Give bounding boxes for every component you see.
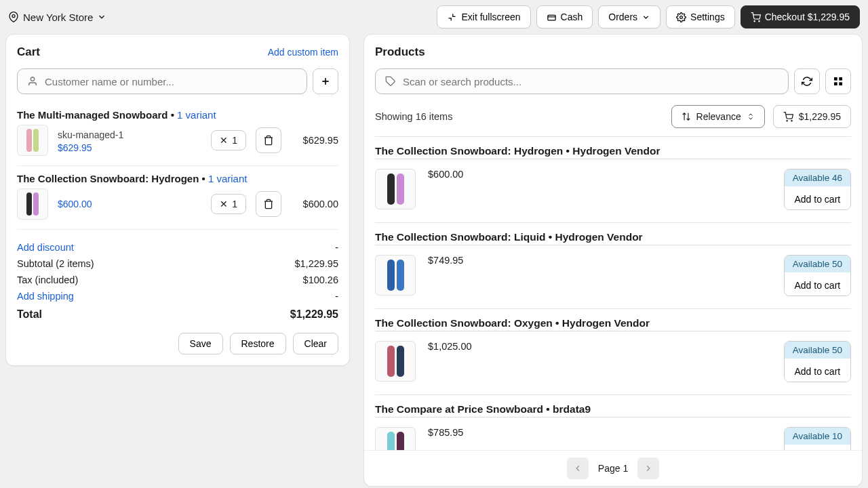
product-title[interactable]: The Collection Snowboard: Liquid • Hydro… — [375, 231, 851, 245]
gear-icon — [676, 12, 686, 22]
subtotal-label: Subtotal (2 items) — [17, 258, 94, 269]
cart-item: The Collection Snowboard: Hydrogen • 1 v… — [17, 166, 338, 230]
svg-rect-1 — [547, 15, 555, 20]
sku: sku-managed-1 — [58, 128, 201, 142]
showing-count: Showing 16 items — [375, 111, 452, 122]
cart-total-chip[interactable]: $1,229.95 — [773, 105, 851, 128]
add-customer-button[interactable] — [313, 68, 338, 94]
cart-item-title: The Multi-managed Snowboard • 1 variant — [17, 109, 338, 121]
chevron-up-down-icon — [747, 113, 755, 121]
availability-badge: Available 46 — [785, 169, 850, 186]
discount-value: - — [335, 242, 338, 253]
subtotal-value: $1,229.95 — [294, 258, 338, 269]
svg-rect-13 — [839, 82, 842, 85]
customer-search[interactable] — [17, 68, 307, 94]
total-value: $1,229.95 — [290, 308, 338, 321]
total-label: Total — [17, 308, 42, 321]
svg-point-3 — [680, 16, 683, 18]
unit-price[interactable]: $600.00 — [58, 199, 201, 209]
quantity-stepper[interactable]: ✕ 1 — [211, 194, 246, 214]
product-row: The Collection Snowboard: Liquid • Hydro… — [375, 223, 851, 309]
product-actions: Available 50Add to cart — [784, 255, 851, 296]
chevron-right-icon — [644, 464, 653, 473]
product-title[interactable]: The Compare at Price Snowboard • brdata9 — [375, 403, 851, 418]
sort-icon — [682, 112, 691, 121]
grid-view-button[interactable] — [825, 68, 851, 94]
grid-icon — [833, 76, 844, 87]
cash-icon — [547, 12, 557, 22]
cart-icon — [751, 12, 761, 22]
cart-item-title: The Collection Snowboard: Hydrogen • 1 v… — [17, 173, 338, 184]
product-price: $749.95 — [428, 255, 772, 296]
availability-badge: Available 50 — [785, 256, 850, 272]
add-custom-item-link[interactable]: Add custom item — [268, 47, 338, 58]
availability-badge: Available 10 — [785, 428, 850, 445]
add-discount-link[interactable]: Add discount — [17, 242, 74, 253]
product-thumbnail — [375, 341, 416, 382]
variant-link[interactable]: 1 variant — [177, 109, 216, 121]
chevron-down-icon — [642, 13, 650, 22]
svg-point-14 — [787, 120, 787, 121]
variant-link[interactable]: 1 variant — [208, 173, 248, 184]
pagination: Page 1 — [364, 450, 862, 486]
save-button[interactable]: Save — [178, 333, 223, 354]
cart-icon — [783, 112, 793, 122]
add-to-cart-button[interactable]: Add to cart — [785, 190, 850, 209]
cash-button[interactable]: Cash — [536, 5, 593, 28]
restore-button[interactable]: Restore — [230, 333, 286, 354]
chevron-down-icon — [97, 12, 106, 22]
products-panel: Products Showing 16 items Relevance — [363, 34, 863, 487]
pin-icon — [8, 12, 19, 22]
times-icon: ✕ — [220, 135, 228, 146]
quantity-value: 1 — [232, 135, 237, 146]
prev-page-button[interactable] — [567, 458, 589, 479]
product-thumbnail — [375, 169, 416, 209]
product-actions: Available 50Add to cart — [784, 341, 851, 382]
product-row: The Collection Snowboard: Hydrogen • Hyd… — [375, 137, 851, 223]
svg-point-4 — [754, 20, 755, 21]
tax-label: Tax (included) — [17, 274, 78, 285]
customer-search-input[interactable] — [45, 76, 297, 87]
quantity-stepper[interactable]: ✕ 1 — [211, 130, 246, 150]
sort-button[interactable]: Relevance — [671, 105, 765, 128]
cart-panel: Cart Add custom item The Multi-managed S… — [5, 34, 350, 366]
add-shipping-link[interactable]: Add shipping — [17, 291, 74, 302]
product-search[interactable] — [375, 68, 789, 94]
location-selector[interactable]: New York Store — [8, 12, 106, 23]
line-price: $600.00 — [291, 199, 338, 209]
svg-rect-10 — [834, 77, 837, 81]
trash-icon — [263, 135, 274, 146]
product-search-input[interactable] — [403, 76, 778, 87]
svg-rect-11 — [839, 77, 842, 81]
product-row: The Collection Snowboard: Oxygen • Hydro… — [375, 309, 851, 395]
clear-button[interactable]: Clear — [293, 333, 338, 354]
checkout-button[interactable]: Checkout $1,229.95 — [741, 5, 860, 28]
product-actions: Available 46Add to cart — [784, 169, 851, 210]
product-price: $600.00 — [428, 169, 772, 210]
remove-item-button[interactable] — [256, 191, 281, 217]
product-title[interactable]: The Collection Snowboard: Hydrogen • Hyd… — [375, 145, 851, 159]
refresh-button[interactable] — [794, 68, 820, 94]
chevron-left-icon — [573, 464, 583, 473]
person-icon — [27, 76, 38, 87]
product-thumbnail — [375, 255, 416, 296]
plus-icon — [320, 76, 331, 87]
exit-fullscreen-button[interactable]: Exit fullscreen — [437, 5, 530, 28]
page-indicator: Page 1 — [598, 463, 628, 474]
refresh-icon — [802, 76, 812, 87]
product-price: $1,025.00 — [428, 341, 772, 382]
add-to-cart-button[interactable]: Add to cart — [785, 277, 850, 296]
remove-item-button[interactable] — [256, 127, 281, 153]
orders-button[interactable]: Orders — [598, 5, 660, 28]
unit-price[interactable]: $629.95 — [58, 142, 201, 153]
svg-point-5 — [759, 20, 760, 21]
next-page-button[interactable] — [637, 458, 659, 479]
add-to-cart-button[interactable]: Add to cart — [785, 363, 850, 382]
product-title[interactable]: The Collection Snowboard: Oxygen • Hydro… — [375, 317, 851, 331]
cart-title: Cart — [17, 45, 40, 59]
trash-icon — [263, 199, 274, 209]
settings-button[interactable]: Settings — [666, 5, 735, 28]
shipping-value: - — [335, 291, 338, 302]
quantity-value: 1 — [232, 199, 237, 209]
cart-item: The Multi-managed Snowboard • 1 variants… — [17, 105, 338, 166]
